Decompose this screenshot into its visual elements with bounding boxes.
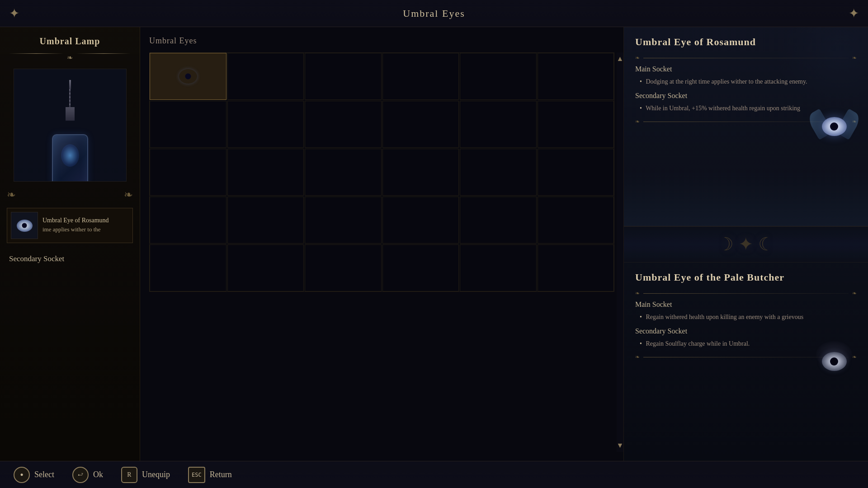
item2-secondary-socket-text: Regain Soulflay charge while in Umbral.	[646, 340, 750, 347]
eye-rosamund-wrap	[814, 106, 854, 147]
skull-ornament: ☽ ✦ ☾	[717, 234, 774, 255]
item2-main-socket-text: Regain withered health upon killing an e…	[646, 314, 803, 320]
ok-label: Ok	[93, 470, 103, 479]
top-left-ornament: ✦	[9, 6, 19, 21]
middle-divider: ☽ ✦ ☾	[624, 226, 868, 263]
eye-pale-pupil	[830, 357, 838, 366]
item1-icon-container	[809, 102, 859, 151]
item1-detail: Umbral Eye of Rosamund ❧ ❧ Main Socket •…	[624, 27, 868, 226]
dec-sep-line-3	[643, 293, 849, 294]
item2-main-socket-label: Main Socket	[635, 300, 857, 309]
top-bar: ✦ Umbral Eyes ✦	[0, 0, 868, 27]
select-key-icon: ●	[14, 467, 30, 483]
top-right-ornament: ✦	[849, 6, 859, 21]
item2-title: Umbral Eye of the Pale Butcher	[635, 272, 857, 283]
mist-overlay-1	[624, 172, 868, 226]
return-label: Return	[210, 470, 232, 479]
eye-rosamund	[822, 117, 847, 136]
dec-sep-line-1	[643, 58, 849, 58]
select-label: Select	[34, 470, 54, 479]
eye-pale	[822, 352, 847, 371]
ok-key-symbol: ⮐	[78, 471, 83, 478]
item2-icon-container	[809, 337, 859, 386]
action-ok: ⮐ Ok	[72, 467, 103, 483]
window-title: Umbral Eyes	[403, 8, 465, 19]
unequip-key-symbol: R	[127, 471, 131, 479]
item1-main-socket-text: Dodging at the right time applies wither…	[646, 78, 807, 85]
dec-ornament-1r: ❧	[852, 55, 857, 61]
bullet-2: •	[640, 105, 642, 112]
unequip-label: Unequip	[142, 470, 170, 479]
item2-secondary-socket-label: Secondary Socket	[635, 327, 857, 335]
dec-ornament-1: ❧	[635, 55, 640, 61]
bullet-3: •	[640, 314, 642, 320]
dec-ornament-2: ❧	[635, 118, 640, 125]
bullet-1: •	[640, 78, 642, 85]
item1-title: Umbral Eye of Rosamund	[635, 36, 857, 48]
eye-pale-wrap	[814, 341, 854, 382]
dec-ornament-4: ❧	[635, 354, 640, 361]
return-key-symbol: ESC	[192, 472, 202, 478]
main-content: Umbral Lamp ❧ ❧ ❧	[0, 27, 868, 461]
action-select: ● Select	[14, 467, 54, 483]
item1-main-socket-label: Main Socket	[635, 65, 857, 73]
select-key-symbol: ●	[20, 471, 23, 478]
bullet-4: •	[640, 340, 642, 347]
item1-secondary-socket-label: Secondary Socket	[635, 92, 857, 100]
right-panel-content: Umbral Eye of Rosamund ❧ ❧ Main Socket •…	[624, 27, 868, 461]
ok-key-icon: ⮐	[72, 467, 89, 483]
bottom-bar: ● Select ⮐ Ok R Unequip ESC Return	[0, 461, 868, 488]
item2-detail: Umbral Eye of the Pale Butcher ❧ ❧ Main …	[624, 263, 868, 461]
action-unequip: R Unequip	[121, 467, 170, 483]
unequip-key-icon: R	[121, 467, 137, 483]
dec-ornament-3: ❧	[635, 290, 640, 297]
eye-rosamund-pupil	[830, 122, 838, 131]
dec-ornament-3r: ❧	[852, 290, 857, 297]
right-panel: Umbral Eye of Rosamund ❧ ❧ Main Socket •…	[624, 27, 868, 461]
item1-dec-sep1: ❧ ❧	[635, 55, 857, 61]
item1-main-socket-desc: • Dodging at the right time applies with…	[635, 77, 857, 86]
return-key-icon: ESC	[188, 467, 205, 483]
action-return: ESC Return	[188, 467, 232, 483]
item1-secondary-socket-text: While in Umbral, +15% withered health re…	[646, 105, 800, 112]
item2-main-socket-desc: • Regain withered health upon killing an…	[635, 312, 857, 322]
item2-dec-sep1: ❧ ❧	[635, 290, 857, 297]
